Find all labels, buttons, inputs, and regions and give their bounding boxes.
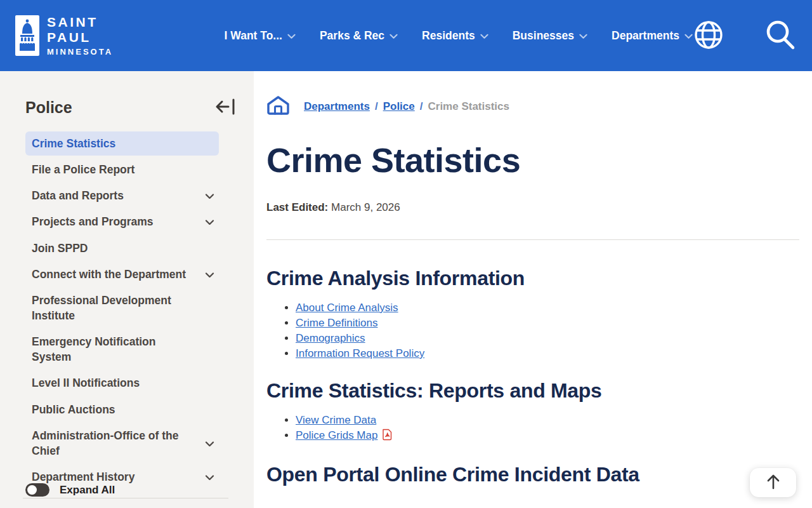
chevron-down-icon (390, 29, 398, 43)
sidebar-item-label: Data and Reports (32, 189, 124, 202)
list-item: About Crime Analysis (296, 300, 799, 316)
section-link-list: View Crime DataPolice Grids Map (296, 413, 799, 445)
sidebar-item-label: Department History (32, 471, 134, 483)
chevron-down-icon[interactable] (204, 267, 215, 282)
language-globe-button[interactable] (693, 19, 724, 53)
nav-item-label: Departments (612, 29, 679, 43)
sidebar-divider (23, 498, 228, 498)
nav-item-businesses[interactable]: Businesses (513, 29, 587, 43)
logo-state-name: MINNESOTA (47, 47, 143, 57)
sidebar-item-crime-statistics[interactable]: Crime Statistics (25, 131, 219, 156)
section-open-portal-online-crime-incident-data: Open Portal Online Crime Incident Data (266, 463, 799, 486)
nav-item-label: Residents (422, 29, 475, 43)
content-link-about-crime-analysis[interactable]: About Crime Analysis (296, 302, 398, 314)
sidebar-item-label: Projects and Programs (32, 215, 154, 228)
nav-item-residents[interactable]: Residents (422, 29, 488, 43)
sidebar-item-label: Level II Notifications (32, 377, 140, 389)
breadcrumb-trail: Departments/Police/Crime Statistics (304, 100, 509, 113)
content-link-demographics[interactable]: Demographics (296, 332, 365, 344)
nav-item-label: I Want To... (225, 29, 282, 43)
page-title: Crime Statistics (266, 140, 799, 180)
site-logo[interactable]: SAINT PAUL MINNESOTA (15, 15, 143, 57)
section-heading: Open Portal Online Crime Incident Data (266, 463, 799, 486)
last-edited-date: March 9, 2026 (331, 201, 400, 213)
sidebar-item-emergency-notification-system[interactable]: Emergency Notification System (25, 330, 219, 369)
chevron-down-icon (579, 29, 587, 43)
header-icons (693, 18, 797, 53)
sidebar-header: Police (25, 98, 236, 117)
logo-city-name: SAINT PAUL (47, 15, 143, 45)
sidebar-item-label: Connect with the Department (32, 268, 186, 281)
content-link-police-grids-map[interactable]: Police Grids Map (296, 429, 377, 441)
expand-all-row: Expand All (25, 483, 115, 497)
chevron-down-icon[interactable] (204, 436, 215, 451)
sidebar-item-label: Public Auctions (32, 403, 115, 416)
breadcrumb-separator: / (420, 100, 423, 112)
sidebar-item-label: Emergency Notification System (32, 335, 155, 363)
search-button[interactable] (764, 18, 797, 53)
expand-all-toggle[interactable] (25, 483, 49, 497)
chevron-down-icon[interactable] (204, 214, 215, 229)
content-sections: Crime Analysis InformationAbout Crime An… (266, 267, 799, 486)
logo-text: SAINT PAUL MINNESOTA (47, 15, 143, 57)
globe-icon (693, 19, 724, 53)
chevron-down-icon[interactable] (204, 188, 215, 203)
list-item: View Crime Data (296, 413, 799, 428)
pdf-icon (382, 429, 392, 445)
breadcrumb-separator: / (375, 100, 378, 112)
chevron-down-icon (684, 29, 693, 43)
toggle-knob (27, 485, 37, 495)
nav-item-label: Parks & Rec (320, 29, 384, 43)
sidebar-item-level-ii-notifications[interactable]: Level II Notifications (25, 371, 219, 395)
section-heading: Crime Statistics: Reports and Maps (266, 379, 799, 403)
sidebar-item-label: Crime Statistics (32, 137, 115, 150)
content-link-information-request-policy[interactable]: Information Request Policy (296, 347, 424, 359)
sidebar-item-join-sppd[interactable]: Join SPPD (25, 236, 219, 260)
sidebar-item-public-auctions[interactable]: Public Auctions (25, 398, 219, 422)
breadcrumb: Departments/Police/Crime Statistics (266, 95, 799, 117)
breadcrumb-link[interactable]: Police (383, 100, 415, 112)
sidebar-nav: Crime StatisticsFile a Police ReportData… (0, 131, 254, 489)
section-crime-analysis-information: Crime Analysis InformationAbout Crime An… (266, 267, 799, 361)
section-crime-statistics-reports-and-maps: Crime Statistics: Reports and MapsView C… (266, 379, 799, 445)
arrow-up-icon (766, 474, 781, 492)
breadcrumb-link[interactable]: Departments (304, 100, 370, 112)
home-icon[interactable] (266, 95, 290, 117)
sidebar-item-file-a-police-report[interactable]: File a Police Report (25, 157, 219, 182)
list-item: Demographics (296, 331, 799, 346)
sidebar-item-label: Administration-Office of the Chief (32, 429, 178, 457)
content-link-view-crime-data[interactable]: View Crime Data (296, 414, 376, 426)
nav-item-label: Businesses (513, 29, 574, 43)
sidebar-title: Police (25, 98, 72, 117)
sidebar-item-connect-with-the-department[interactable]: Connect with the Department (25, 262, 219, 286)
site-header: SAINT PAUL MINNESOTA I Want To...Parks &… (0, 0, 812, 71)
sidebar-item-label: Join SPPD (32, 242, 88, 255)
breadcrumb-current: Crime Statistics (428, 100, 509, 112)
nav-item-parks-rec[interactable]: Parks & Rec (320, 29, 398, 43)
content-divider (266, 239, 799, 240)
sidebar-item-administration-office-of-the-chief[interactable]: Administration-Office of the Chief (25, 424, 219, 463)
expand-all-label: Expand All (60, 484, 115, 497)
capitol-icon (15, 15, 39, 56)
sidebar-item-projects-and-programs[interactable]: Projects and Programs (25, 210, 219, 234)
last-edited-label: Last Edited: (266, 201, 328, 213)
nav-item-departments[interactable]: Departments (612, 29, 693, 43)
sidebar-item-data-and-reports[interactable]: Data and Reports (25, 184, 219, 208)
content-link-crime-definitions[interactable]: Crime Definitions (296, 317, 377, 329)
sidebar-item-label: File a Police Report (32, 163, 134, 176)
police-sidebar: Police Crime StatisticsFile a Police Rep… (0, 71, 254, 508)
chevron-down-icon (480, 29, 488, 43)
chevron-down-icon[interactable] (204, 469, 215, 485)
list-item: Police Grids Map (296, 428, 799, 445)
nav-item-i-want-to[interactable]: I Want To... (225, 29, 296, 43)
main-content: Departments/Police/Crime Statistics Crim… (254, 71, 812, 508)
scroll-to-top-button[interactable] (750, 468, 796, 497)
section-heading: Crime Analysis Information (266, 267, 799, 290)
sidebar-item-label: Professional Development Institute (32, 294, 171, 322)
search-icon (764, 18, 797, 53)
sidebar-collapse-button[interactable] (214, 98, 236, 117)
sidebar-item-professional-development-institute[interactable]: Professional Development Institute (25, 288, 219, 328)
last-edited: Last Edited: March 9, 2026 (266, 201, 799, 214)
section-link-list: About Crime AnalysisCrime DefinitionsDem… (296, 300, 799, 361)
list-item: Crime Definitions (296, 316, 799, 331)
